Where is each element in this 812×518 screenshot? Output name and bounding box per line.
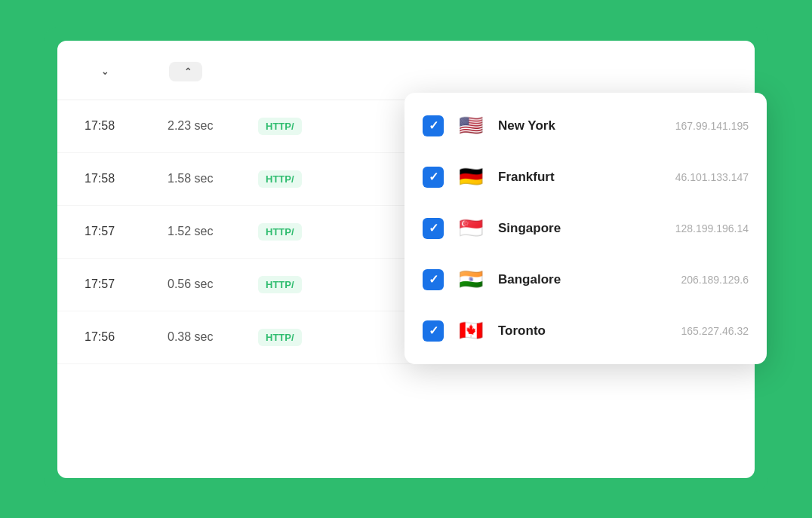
table-area: 17:58 2.23 sec HTTP/ 🇸🇬 17:58 1.58 sec H… bbox=[57, 100, 755, 364]
chevron-down-icon: ⌄ bbox=[101, 66, 109, 77]
row-status: HTTP/ bbox=[258, 170, 326, 188]
row-status: HTTP/ bbox=[258, 329, 326, 346]
dropdown-ip-address: 128.199.196.14 bbox=[675, 222, 749, 234]
dropdown-location-item[interactable]: 🇮🇳 Bangalore 206.189.129.6 bbox=[404, 254, 767, 305]
dropdown-city-name: New York bbox=[498, 118, 581, 133]
response-code-button[interactable]: ⌄ bbox=[97, 66, 109, 77]
inner-card: ⌄ ⌃ 17:58 2.23 sec HTTP/ 🇸🇬 17:58 1.58 s… bbox=[57, 41, 755, 478]
checkbox-checked-icon[interactable] bbox=[423, 218, 444, 239]
dropdown-ip-address: 165.227.46.32 bbox=[681, 325, 749, 337]
checkbox-checked-icon[interactable] bbox=[423, 167, 444, 188]
row-status: HTTP/ bbox=[258, 223, 326, 241]
row-status: HTTP/ bbox=[258, 118, 326, 135]
dropdown-location-item[interactable]: 🇩🇪 Frankfurt 46.101.133.147 bbox=[404, 152, 767, 203]
row-duration: 1.52 sec bbox=[168, 225, 258, 238]
location-dropdown: 🇺🇸 New York 167.99.141.195 🇩🇪 Frankfurt … bbox=[404, 93, 767, 364]
checkbox-checked-icon[interactable] bbox=[423, 115, 444, 136]
chevron-up-icon: ⌃ bbox=[184, 66, 192, 77]
row-time: 17:58 bbox=[85, 172, 168, 185]
status-badge: HTTP/ bbox=[258, 118, 302, 135]
dropdown-city-name: Toronto bbox=[498, 323, 581, 339]
dropdown-ip-address: 206.189.129.6 bbox=[681, 274, 749, 286]
row-duration: 0.38 sec bbox=[168, 330, 258, 344]
row-time: 17:56 bbox=[85, 330, 168, 344]
row-duration: 1.58 sec bbox=[168, 172, 258, 185]
status-badge: HTTP/ bbox=[258, 170, 302, 188]
dropdown-location-item[interactable]: 🇺🇸 New York 167.99.141.195 bbox=[404, 100, 767, 152]
dropdown-city-name: Frankfurt bbox=[498, 170, 581, 185]
row-time: 17:57 bbox=[85, 225, 168, 238]
dropdown-flag-icon: 🇩🇪 bbox=[456, 162, 486, 192]
dropdown-flag-icon: 🇮🇳 bbox=[456, 265, 486, 295]
location-button[interactable]: ⌃ bbox=[169, 62, 202, 81]
row-time: 17:58 bbox=[85, 119, 168, 133]
dropdown-location-item[interactable]: 🇨🇦 Toronto 165.227.46.32 bbox=[404, 305, 767, 357]
dropdown-flag-icon: 🇸🇬 bbox=[456, 213, 486, 244]
dropdown-location-item[interactable]: 🇸🇬 Singapore 128.199.196.14 bbox=[404, 203, 767, 254]
status-badge: HTTP/ bbox=[258, 329, 302, 346]
dropdown-city-name: Singapore bbox=[498, 221, 581, 236]
dropdown-ip-address: 167.99.141.195 bbox=[675, 120, 749, 132]
row-time: 17:57 bbox=[85, 277, 168, 291]
row-duration: 2.23 sec bbox=[168, 119, 258, 133]
dropdown-flag-icon: 🇺🇸 bbox=[456, 111, 486, 141]
checkbox-checked-icon[interactable] bbox=[423, 269, 444, 290]
dropdown-city-name: Bangalore bbox=[498, 272, 581, 287]
dropdown-flag-icon: 🇨🇦 bbox=[456, 316, 486, 346]
status-badge: HTTP/ bbox=[258, 276, 302, 293]
row-status: HTTP/ bbox=[258, 276, 326, 293]
row-duration: 0.56 sec bbox=[168, 277, 258, 291]
outer-card: ⌄ ⌃ 17:58 2.23 sec HTTP/ 🇸🇬 17:58 1.58 s… bbox=[44, 27, 768, 492]
status-badge: HTTP/ bbox=[258, 223, 302, 241]
dropdown-ip-address: 46.101.133.147 bbox=[675, 171, 749, 183]
checkbox-checked-icon[interactable] bbox=[423, 320, 444, 342]
